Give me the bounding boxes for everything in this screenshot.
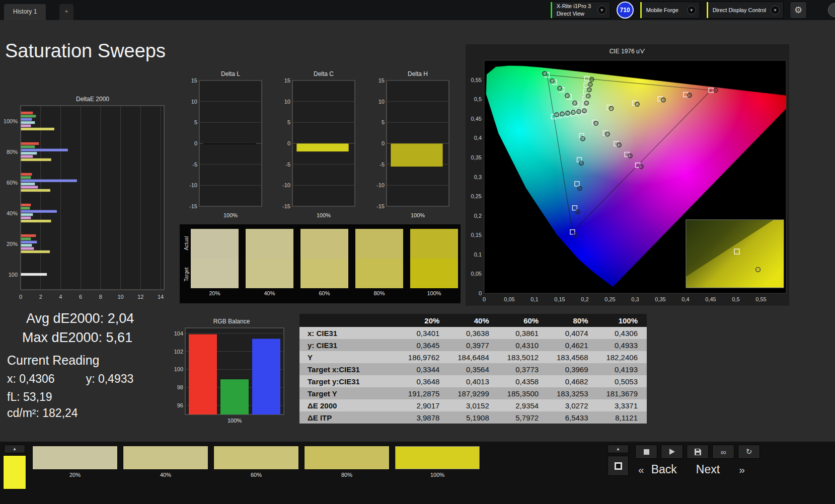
svg-text:5: 5 — [287, 119, 290, 125]
cie-measured-point — [555, 113, 559, 117]
new-tab-button[interactable]: + — [59, 4, 73, 20]
svg-text:100: 100 — [9, 272, 18, 278]
svg-text:100%: 100% — [227, 417, 242, 424]
table-row: Target y:CIE310,36480,40130,43580,46820,… — [299, 375, 647, 387]
saturation-swatch-40%[interactable]: 40% — [123, 446, 208, 478]
swatch-column-100%: 100% — [410, 229, 458, 296]
table-cell: 0,3638 — [448, 327, 498, 339]
display-control-dropdown[interactable]: Direct Display Control ▼ — [706, 2, 784, 19]
table-cell: 183,3253 — [548, 387, 597, 399]
save-button[interactable] — [687, 445, 709, 459]
svg-text:10: 10 — [191, 99, 197, 105]
forward-page-button[interactable]: » — [739, 464, 745, 476]
table-cell: 0,4074 — [548, 327, 597, 339]
deltae-bar-cyan — [21, 244, 32, 246]
partial-round-button[interactable] — [828, 3, 835, 17]
deltae-bar-yellow — [21, 128, 54, 130]
tab-history-1[interactable]: History 1 — [4, 4, 46, 20]
table-row: Y186,9762184,6484183,5012183,4568182,240… — [299, 351, 647, 363]
controls-collapse-button[interactable]: ▲ — [608, 445, 629, 453]
svg-text:100%: 100% — [317, 212, 331, 218]
display-status-accent — [707, 2, 708, 18]
svg-text:96: 96 — [177, 402, 183, 408]
cie-measured-point — [609, 106, 613, 110]
stop-button[interactable] — [635, 445, 657, 459]
table-col-header: 60% — [498, 314, 548, 327]
svg-text:0,2: 0,2 — [474, 213, 482, 219]
svg-text:Delta C: Delta C — [314, 70, 334, 77]
current-luminance-reading: cd/m²: 182,24 — [7, 406, 78, 420]
cie-measured-point — [576, 210, 580, 214]
play-button[interactable] — [661, 445, 683, 459]
rgb-bar-green — [220, 379, 249, 414]
play-icon — [669, 449, 675, 455]
swatch-label: 40% — [123, 472, 208, 478]
settings-gear-button[interactable]: ⚙ — [790, 2, 807, 19]
target-swatch — [191, 259, 239, 288]
saturation-swatch-20%[interactable]: 20% — [32, 446, 118, 478]
svg-text:5: 5 — [382, 119, 385, 125]
deltae-bar-green — [21, 207, 30, 209]
svg-text:104: 104 — [174, 330, 183, 337]
saturation-swatch-100%[interactable]: 100% — [395, 446, 480, 478]
deltae-bar-white — [21, 273, 47, 276]
swatch-label: 100% — [410, 290, 458, 296]
deltae-bar-blue — [21, 180, 77, 182]
layout-window-button[interactable] — [608, 456, 629, 476]
row-label: Target x:CIE31 — [299, 363, 399, 375]
cie-measured-point — [582, 109, 586, 113]
deltae-bar-magenta — [21, 186, 38, 188]
svg-text:0,35: 0,35 — [471, 154, 482, 160]
current-color-swatch[interactable] — [3, 455, 26, 489]
table-cell: 3,9878 — [399, 411, 448, 424]
svg-text:80%: 80% — [7, 149, 18, 155]
palette-collapse-button[interactable]: ▲ — [4, 445, 25, 453]
saturation-swatch-60%[interactable]: 60% — [213, 446, 299, 478]
current-fl-reading: fL: 53,19 — [7, 390, 52, 404]
chevron-down-icon[interactable]: ▼ — [771, 6, 780, 15]
current-xy-reading: x: 0,4306 y: 0,4933 — [7, 372, 133, 386]
cie-measured-point — [571, 110, 575, 114]
stop-icon — [644, 449, 649, 455]
cie-measured-point — [590, 77, 594, 81]
meter-mode: Direct View — [557, 10, 591, 18]
meter-dropdown[interactable]: X-Rite i1Pro 3 Direct View ▼ — [550, 2, 611, 19]
deltae2000-chart: DeltaE 200002468101214100%80%60%40%20%10… — [4, 95, 173, 302]
row-label: Target Y — [299, 387, 399, 399]
svg-text:Delta H: Delta H — [408, 70, 428, 77]
table-cell: 0,4193 — [597, 363, 647, 375]
deltae-bar-magenta — [21, 155, 33, 157]
saturation-swatch-80%[interactable]: 80% — [304, 446, 390, 478]
actual-swatch — [410, 229, 458, 259]
svg-text:0,45: 0,45 — [471, 116, 482, 122]
refresh-button[interactable]: ↻ — [738, 445, 760, 459]
svg-text:8: 8 — [99, 294, 102, 300]
cie-measured-point — [566, 111, 570, 115]
actual-swatch — [246, 229, 293, 259]
cie-measured-point — [586, 94, 590, 98]
next-button[interactable]: Next — [696, 463, 720, 476]
chevrons-right-icon: » — [739, 464, 745, 476]
svg-text:2: 2 — [39, 294, 42, 300]
svg-text:0,15: 0,15 — [471, 232, 482, 238]
table-col-header: 80% — [548, 314, 597, 327]
cie-measured-point — [617, 143, 621, 147]
chevron-down-icon[interactable]: ▼ — [597, 6, 606, 15]
chevron-down-icon[interactable]: ▼ — [687, 6, 696, 15]
deltae-bar-cyan — [21, 121, 35, 124]
delta-l-chart: Delta L151050-5-10-15100% — [185, 69, 266, 220]
meter-count-badge[interactable]: 710 — [617, 2, 634, 19]
svg-text:15: 15 — [284, 77, 290, 83]
inset-measured-point — [756, 267, 761, 272]
swatch-label: 100% — [395, 472, 480, 478]
svg-text:0,25: 0,25 — [471, 193, 482, 199]
svg-text:0,3: 0,3 — [631, 296, 639, 302]
table-cell: 0,3977 — [448, 339, 498, 351]
disk-icon — [694, 448, 702, 456]
continuous-read-button[interactable]: ∞ — [712, 445, 734, 459]
svg-text:100%: 100% — [223, 212, 238, 218]
source-dropdown[interactable]: Mobile Forge ▼ — [640, 2, 700, 19]
back-button[interactable]: « Back — [638, 463, 677, 476]
cie-measured-point — [577, 110, 581, 114]
table-row: Target x:CIE310,33440,35640,37730,39690,… — [299, 363, 647, 375]
